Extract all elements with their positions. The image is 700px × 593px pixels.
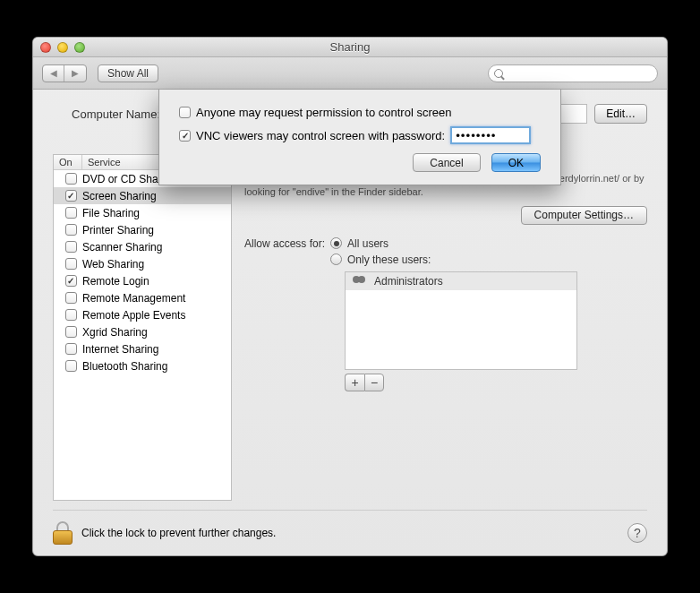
remove-button[interactable]: − (364, 374, 384, 391)
nav-back-forward[interactable]: ◀ ▶ (42, 64, 87, 82)
footer: Click the lock to prevent further change… (53, 510, 647, 545)
list-item[interactable]: Administrators (346, 272, 576, 290)
service-checkbox[interactable] (65, 190, 77, 202)
radio-only-label: Only these users: (347, 254, 431, 266)
service-label: Bluetooth Sharing (82, 360, 167, 373)
service-checkbox[interactable] (65, 343, 77, 355)
service-label: Screen Sharing (82, 190, 157, 202)
service-checkbox[interactable] (65, 360, 77, 372)
sharing-window: Sharing ◀ ▶ Show All Computer Name: Edit… (32, 37, 668, 556)
service-checkbox[interactable] (65, 326, 77, 338)
service-checkbox[interactable] (65, 173, 77, 185)
lock-icon[interactable] (53, 521, 73, 545)
table-row[interactable]: Remote Apple Events (54, 306, 231, 323)
hdr-on: On (54, 155, 82, 169)
computer-settings-button[interactable]: Computer Settings… (521, 206, 647, 225)
table-row[interactable]: File Sharing (54, 204, 231, 221)
table-row[interactable]: Xgrid Sharing (54, 323, 231, 340)
checkbox-anyone[interactable] (179, 107, 191, 118)
radio-all-users[interactable]: All users (330, 237, 431, 250)
service-checkbox[interactable] (65, 309, 77, 321)
show-all-button[interactable]: Show All (98, 64, 158, 82)
option-anyone-row[interactable]: Anyone may request permission to control… (179, 106, 541, 119)
titlebar: Sharing (33, 38, 667, 57)
service-label: Remote Management (82, 292, 185, 305)
computer-settings-sheet: Anyone may request permission to control… (158, 90, 561, 185)
main-split: On Service DVD or CD SharingScreen Shari… (53, 154, 647, 501)
traffic-lights (40, 42, 85, 53)
service-checkbox[interactable] (65, 224, 77, 236)
group-icon (353, 276, 367, 287)
window-title: Sharing (40, 40, 660, 54)
table-row[interactable]: Web Sharing (54, 255, 231, 272)
radio-all-label: All users (347, 237, 388, 250)
radio-on-icon (330, 237, 342, 249)
service-table: On Service DVD or CD SharingScreen Shari… (53, 154, 232, 501)
table-row[interactable]: Screen Sharing (54, 187, 231, 204)
cancel-button[interactable]: Cancel (413, 153, 480, 172)
detail-pane: Screen Sharing: On Other users can acces… (244, 154, 647, 501)
user-list[interactable]: Administrators (345, 271, 577, 370)
table-row[interactable]: Scanner Sharing (54, 238, 231, 255)
zoom-icon[interactable] (74, 42, 85, 53)
option-anyone-label: Anyone may request permission to control… (196, 106, 451, 119)
radio-off-icon (330, 254, 342, 265)
access-row: Allow access for: All users Only these u… (244, 237, 647, 266)
checkbox-vnc[interactable] (179, 130, 191, 142)
close-icon[interactable] (40, 42, 51, 53)
table-row[interactable]: Internet Sharing (54, 340, 231, 357)
forward-icon[interactable]: ▶ (64, 65, 86, 82)
ok-button[interactable]: OK (491, 153, 541, 172)
service-checkbox[interactable] (65, 207, 77, 219)
vnc-password-field[interactable] (450, 126, 531, 144)
computer-name-label: Computer Name: (53, 107, 160, 121)
service-label: Remote Apple Events (82, 309, 185, 322)
lock-text: Click the lock to prevent further change… (81, 527, 276, 539)
user-label: Administrators (374, 275, 443, 288)
edit-button[interactable]: Edit… (594, 104, 647, 124)
toolbar: ◀ ▶ Show All (33, 57, 667, 90)
search-icon (494, 69, 503, 78)
back-icon[interactable]: ◀ (43, 65, 64, 82)
table-row[interactable]: Remote Login (54, 272, 231, 289)
table-row[interactable]: Bluetooth Sharing (54, 357, 231, 374)
service-checkbox[interactable] (65, 292, 77, 304)
option-vnc-label: VNC viewers may control screen with pass… (196, 129, 445, 142)
service-label: Web Sharing (82, 258, 144, 271)
search-input[interactable] (488, 64, 658, 82)
service-label: Remote Login (82, 275, 149, 288)
service-checkbox[interactable] (65, 258, 77, 270)
add-button[interactable]: + (345, 374, 364, 391)
user-add-remove: + − (345, 374, 647, 391)
service-checkbox[interactable] (65, 275, 77, 287)
help-button[interactable]: ? (627, 523, 647, 543)
access-label: Allow access for: (244, 237, 325, 250)
service-label: File Sharing (82, 207, 140, 219)
minimize-icon[interactable] (57, 42, 68, 53)
radio-only-users[interactable]: Only these users: (330, 254, 431, 266)
service-label: Scanner Sharing (82, 241, 162, 254)
service-label: Printer Sharing (82, 224, 154, 236)
service-label: Xgrid Sharing (82, 326, 148, 339)
table-row[interactable]: Remote Management (54, 289, 231, 306)
option-vnc-row[interactable]: VNC viewers may control screen with pass… (179, 126, 541, 144)
service-checkbox[interactable] (65, 241, 77, 253)
service-label: Internet Sharing (82, 343, 158, 356)
table-row[interactable]: Printer Sharing (54, 221, 231, 238)
hdr-service: Service (82, 155, 126, 169)
